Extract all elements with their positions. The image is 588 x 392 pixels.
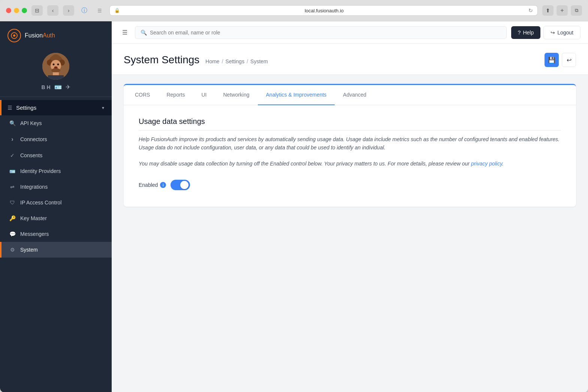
search-bar[interactable]: 🔍	[135, 26, 507, 39]
tab-cors[interactable]: CORS	[127, 85, 158, 105]
api-keys-icon: 🔍	[9, 120, 16, 126]
consents-icon: ✓	[9, 152, 16, 158]
page-header: System Settings Home / Settings / System…	[112, 44, 588, 75]
sidebar-item-ip-access-control[interactable]: 🛡 IP Access Control	[0, 195, 112, 210]
user-send-icon[interactable]: ✈	[66, 83, 70, 91]
main-content: System Settings Home / Settings / System…	[112, 44, 588, 392]
sidebar-item-ip-access-control-label: IP Access Control	[20, 200, 61, 206]
sidebar-item-consents-label: Consents	[20, 152, 42, 158]
sidebar-item-system-label: System	[20, 247, 38, 253]
help-icon: ?	[518, 30, 521, 36]
key-master-icon: 🔑	[9, 215, 16, 221]
tab-analytics[interactable]: Analytics & Improvements	[258, 85, 335, 105]
sidebar-toggle-button[interactable]: ⊟	[31, 5, 43, 16]
active-indicator	[0, 100, 1, 115]
sidebar-item-connectors[interactable]: › Connectors	[0, 131, 112, 148]
address-bar[interactable]: 🔒 local.fusionauth.io ↻	[109, 5, 538, 16]
description-1: Help FusionAuth improve its products and…	[139, 135, 561, 152]
tab-ui[interactable]: UI	[193, 85, 215, 105]
reload-icon[interactable]: ↻	[528, 7, 533, 13]
breadcrumb-sep-2: /	[247, 58, 248, 64]
tab-advanced[interactable]: Advanced	[335, 85, 374, 105]
breadcrumb: Home / Settings / System	[205, 58, 268, 64]
tabs-bar: CORS Reports UI Networking Analytics & I…	[124, 85, 576, 105]
sidebar: FusionAuth	[0, 21, 112, 392]
page-title: System Settings	[124, 54, 199, 66]
logo-fusion-text: Fusion	[25, 32, 43, 39]
avatar	[42, 53, 69, 80]
tab-reports[interactable]: Reports	[158, 85, 193, 105]
topbar-actions: ? Help ↪ Logout	[511, 26, 581, 39]
settings-panel: CORS Reports UI Networking Analytics & I…	[124, 84, 576, 207]
logo: FusionAuth	[0, 21, 112, 48]
privacy-policy-link[interactable]: privacy policy	[471, 161, 502, 167]
tab-networking[interactable]: Networking	[215, 85, 257, 105]
section-title: Usage data settings	[139, 117, 561, 131]
info-icon: ⓘ	[81, 7, 87, 15]
integrations-icon: ⇌	[9, 184, 16, 190]
new-tab-button[interactable]: +	[557, 5, 568, 16]
topbar: ☰ 🔍 ? Help ↪ Logout	[112, 21, 588, 44]
sidebar-item-identity-providers-label: Identity Providers	[20, 168, 61, 174]
breadcrumb-sep-1: /	[222, 58, 223, 64]
user-card-icon[interactable]: 🪪	[54, 83, 62, 91]
back-button[interactable]: ↩	[562, 53, 576, 67]
toggle-thumb	[180, 181, 189, 189]
user-profile: B H 🪪 ✈	[0, 48, 112, 97]
sidebar-item-key-master-label: Key Master	[20, 215, 47, 221]
logo-auth-text: Auth	[43, 32, 55, 39]
svg-point-6	[53, 64, 55, 66]
enabled-info-icon[interactable]: i	[160, 182, 166, 188]
reader-icon: ☰	[97, 8, 102, 13]
sidebar-item-integrations[interactable]: ⇌ Integrations	[0, 179, 112, 195]
description-2-suffix: .	[502, 161, 504, 167]
svg-rect-12	[48, 75, 64, 80]
logout-label: Logout	[557, 30, 573, 36]
ip-access-control-icon: 🛡	[9, 200, 16, 206]
sidebar-item-api-keys[interactable]: 🔍 API Keys	[0, 115, 112, 131]
breadcrumb-settings[interactable]: Settings	[226, 58, 245, 64]
nav-forward-button[interactable]: ›	[63, 5, 74, 16]
connectors-icon: ›	[9, 136, 16, 143]
search-input[interactable]	[150, 30, 501, 36]
sidebar-item-integrations-label: Integrations	[20, 184, 48, 190]
breadcrumb-current: System	[250, 58, 268, 64]
sidebar-item-system[interactable]: ⚙ System	[0, 242, 112, 258]
sidebar-item-identity-providers[interactable]: 🪪 Identity Providers	[0, 163, 112, 179]
enabled-toggle[interactable]	[171, 180, 190, 190]
share-button[interactable]: ⬆	[542, 5, 554, 16]
tabs-button[interactable]: ⧉	[571, 5, 582, 16]
sidebar-item-connectors-label: Connectors	[20, 136, 47, 142]
settings-chevron-icon: ▾	[102, 105, 104, 110]
sidebar-item-consents[interactable]: ✓ Consents	[0, 148, 112, 163]
toggle-track[interactable]	[171, 180, 190, 190]
settings-nav-header[interactable]: ☰ Settings ▾	[0, 100, 112, 115]
sidebar-item-messengers-label: Messengers	[20, 231, 49, 237]
save-button[interactable]: 💾	[545, 53, 559, 67]
avatar-svg	[42, 53, 69, 80]
breadcrumb-home[interactable]: Home	[205, 58, 219, 64]
menu-icon[interactable]: ☰	[119, 26, 130, 39]
user-initials: B H	[41, 84, 50, 90]
nav-back-button[interactable]: ‹	[47, 5, 58, 16]
enabled-label: Enabled i	[139, 182, 166, 188]
logo-icon	[7, 29, 21, 42]
sidebar-item-messengers[interactable]: 💬 Messengers	[0, 226, 112, 242]
search-icon: 🔍	[141, 30, 147, 36]
url-text: local.fusionauth.io	[123, 8, 525, 13]
logout-button[interactable]: ↪ Logout	[543, 26, 581, 39]
minimize-button[interactable]	[14, 8, 19, 13]
main-area: ☰ 🔍 ? Help ↪ Logout	[112, 21, 588, 392]
help-button[interactable]: ? Help	[511, 26, 541, 39]
sidebar-item-key-master[interactable]: 🔑 Key Master	[0, 210, 112, 226]
description-2: You may disable usage data collection by…	[139, 159, 561, 168]
lock-icon: 🔒	[114, 8, 120, 13]
messengers-icon: 💬	[9, 231, 16, 237]
settings-nav-label: Settings	[16, 104, 36, 111]
close-button[interactable]	[6, 8, 11, 13]
identity-providers-icon: 🪪	[9, 168, 16, 174]
svg-point-10	[51, 68, 60, 73]
page-actions: 💾 ↩	[545, 53, 576, 67]
maximize-button[interactable]	[22, 8, 27, 13]
sidebar-item-api-keys-label: API Keys	[20, 120, 42, 126]
